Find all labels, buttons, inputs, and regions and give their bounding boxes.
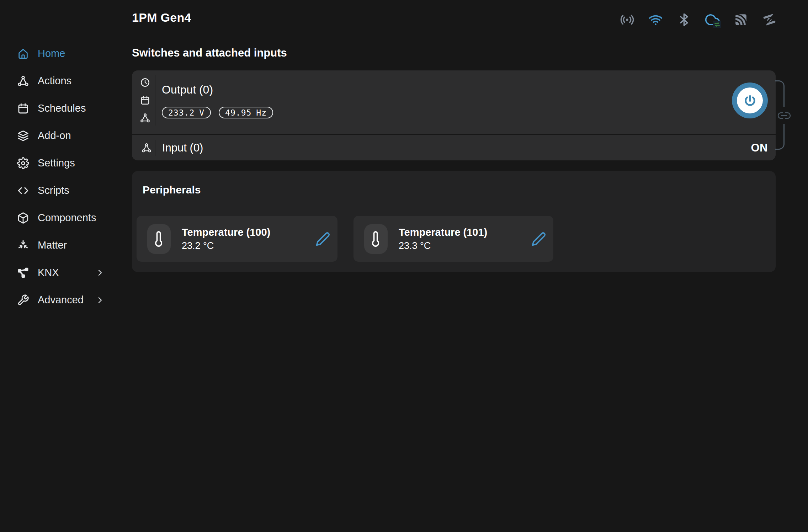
actions-icon (140, 113, 150, 123)
sidebar-item-label: Schedules (38, 102, 86, 114)
sensor-value: 23.3 °C (399, 240, 487, 251)
cloud-sync-icon[interactable] (705, 12, 720, 27)
hand-disabled-icon[interactable] (761, 12, 777, 27)
matter-icon (17, 239, 29, 251)
access-point-icon[interactable] (619, 12, 635, 27)
wifi-icon[interactable] (648, 12, 663, 27)
sensor-label: Temperature (100) (182, 227, 270, 238)
sidebar-item-label: Home (38, 48, 65, 59)
input-row[interactable]: Input (0) ON (132, 135, 776, 160)
link-bracket-top (775, 80, 785, 107)
sensor-tile-temperature-100[interactable]: Temperature (100) 23.2 °C (137, 216, 337, 262)
section-title: Switches and attached inputs (132, 47, 287, 59)
sidebar-item-scripts[interactable]: Scripts (0, 177, 132, 204)
chevron-right-icon (96, 296, 104, 304)
shelly-device-ui: Home Actions Schedules Add-on Settings (0, 0, 808, 532)
sidebar-item-advanced[interactable]: Advanced (0, 286, 132, 314)
sidebar-item-label: Advanced (38, 294, 84, 306)
sidebar-item-components[interactable]: Components (0, 204, 132, 232)
sidebar-item-home[interactable]: Home (0, 40, 132, 67)
input-label: Input (0) (162, 142, 203, 154)
sidebar-item-matter[interactable]: Matter (0, 232, 132, 259)
sidebar-item-knx[interactable]: KNX (0, 259, 132, 286)
sidebar-item-label: Matter (38, 239, 67, 251)
input-state: ON (751, 142, 768, 154)
peripherals-card: Peripherals Temperature (100) 23.2 °C Te… (132, 171, 776, 272)
wrench-icon (17, 294, 29, 306)
sensor-value: 23.2 °C (182, 240, 270, 251)
home-icon (17, 48, 29, 60)
voltage-badge: 233.2V (162, 107, 211, 118)
edit-pencil-icon[interactable] (315, 232, 330, 246)
actions-icon (17, 75, 29, 87)
sync-arrows-icon (713, 21, 721, 28)
divider (155, 75, 155, 126)
layers-icon (17, 130, 29, 142)
calendar-icon (17, 102, 29, 115)
sidebar-item-settings[interactable]: Settings (0, 149, 132, 177)
bluetooth-icon[interactable] (676, 12, 692, 27)
status-bar (619, 12, 777, 27)
sensor-label: Temperature (101) (399, 227, 487, 238)
chevron-right-icon (96, 268, 104, 277)
peripherals-title: Peripherals (143, 184, 201, 196)
sensor-text: Temperature (101) 23.3 °C (399, 227, 487, 251)
knx-icon (17, 267, 29, 279)
timer-clock-icon (140, 77, 150, 88)
link-icon (777, 112, 791, 119)
sidebar-item-label: Components (38, 212, 96, 224)
edit-pencil-icon[interactable] (531, 232, 546, 246)
link-bracket-bottom (775, 124, 785, 150)
divider (155, 140, 155, 156)
sensor-text: Temperature (100) 23.2 °C (182, 227, 270, 251)
sidebar-item-label: KNX (38, 267, 59, 278)
schedule-calendar-icon (140, 95, 150, 106)
sensor-tile-temperature-101[interactable]: Temperature (101) 23.3 °C (354, 216, 553, 262)
page-title: 1PM Gen4 (132, 11, 191, 25)
thermometer-icon (364, 224, 388, 254)
sidebar-item-label: Scripts (38, 185, 69, 196)
output-indicator-icons (140, 77, 150, 123)
switches-card: Output (0) 233.2V 49.95Hz Input (0 (132, 70, 776, 160)
sidebar-item-label: Add-on (38, 130, 71, 142)
frequency-badge: 49.95Hz (219, 107, 273, 118)
rss-feed-icon[interactable] (733, 12, 749, 27)
sidebar-item-actions[interactable]: Actions (0, 67, 132, 95)
power-toggle-button[interactable] (732, 83, 768, 118)
sidebar-item-label: Actions (38, 75, 71, 87)
output-row[interactable]: Output (0) 233.2V 49.95Hz (132, 70, 776, 134)
sidebar-item-schedules[interactable]: Schedules (0, 95, 132, 122)
output-badges: 233.2V 49.95Hz (162, 107, 273, 118)
sidebar-item-label: Settings (38, 157, 75, 169)
code-icon (17, 185, 29, 197)
cube-icon (17, 212, 29, 224)
sidebar: Home Actions Schedules Add-on Settings (0, 0, 132, 532)
gear-icon (17, 157, 29, 169)
sidebar-item-addon[interactable]: Add-on (0, 122, 132, 149)
thermometer-icon (147, 224, 171, 254)
actions-icon (141, 143, 152, 153)
output-label: Output (0) (162, 83, 213, 96)
power-icon (737, 87, 763, 113)
